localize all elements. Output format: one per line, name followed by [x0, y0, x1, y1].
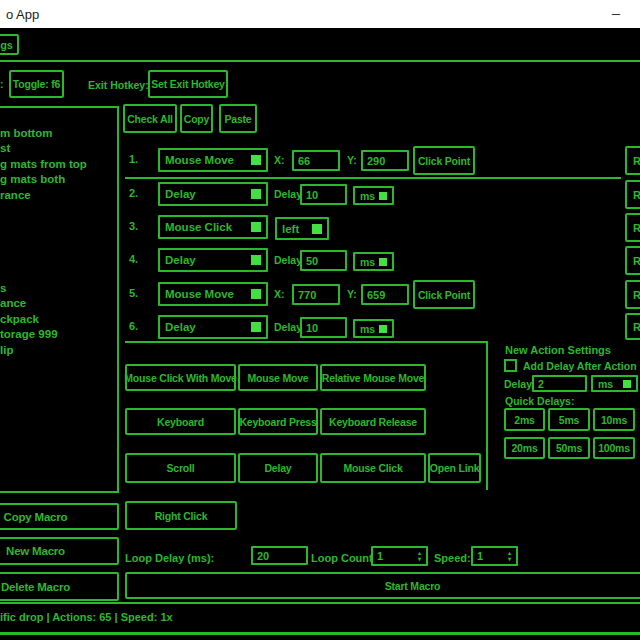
add-relative-mouse-move-button[interactable]: Relative Mouse Move [320, 364, 426, 391]
unit-value: ms [360, 323, 375, 335]
add-keyboard-press-button[interactable]: Keyboard Press [238, 408, 318, 435]
list-item[interactable]: s [0, 281, 117, 297]
action-type-value: Delay [165, 321, 196, 333]
action-type-dropdown[interactable]: Mouse Click [158, 215, 268, 239]
delay-input[interactable]: 10 [300, 184, 347, 205]
add-mouse-move-button[interactable]: Mouse Move [238, 364, 318, 391]
add-scroll-button[interactable]: Scroll [125, 453, 236, 483]
new-macro-button[interactable]: New Macro [0, 537, 119, 565]
dropdown-indicator-icon [251, 322, 261, 332]
delay-input[interactable]: 50 [300, 250, 347, 271]
delete-macro-button[interactable]: Delete Macro [0, 572, 119, 601]
set-exit-hotkey-button[interactable]: Set Exit Hotkey [148, 70, 228, 98]
x-input[interactable]: 66 [292, 150, 340, 171]
remove-button[interactable]: R [625, 213, 640, 242]
unit-value: ms [360, 256, 375, 268]
remove-button[interactable]: R [625, 246, 640, 275]
action-type-dropdown[interactable]: Delay [158, 182, 268, 206]
unit-dropdown[interactable]: ms [353, 252, 394, 271]
remove-button[interactable]: R [625, 313, 640, 340]
mouse-button-dropdown[interactable]: left [275, 217, 329, 240]
quick-delay-2ms-button[interactable]: 2ms [504, 408, 545, 431]
add-open-link-button[interactable]: Open Link [428, 453, 481, 483]
list-item[interactable] [0, 203, 117, 219]
loop-count-spinner[interactable]: 1 ▴ ▾ [371, 546, 428, 566]
list-item[interactable]: g mats from top [0, 157, 117, 173]
new-action-unit-dropdown[interactable]: ms [591, 375, 638, 392]
list-item[interactable]: m bottom [0, 126, 117, 142]
unit-dropdown[interactable]: ms [353, 186, 394, 205]
list-item[interactable]: ance [0, 296, 117, 312]
tab-settings[interactable]: gs [0, 34, 19, 55]
spinner-down-icon[interactable]: ▾ [508, 556, 511, 562]
list-item[interactable]: st [0, 141, 117, 157]
copy-macro-button[interactable]: Copy Macro [0, 503, 119, 530]
remove-button[interactable]: R [625, 280, 640, 309]
new-action-delay-input[interactable]: 2 [532, 375, 587, 392]
new-action-delay-label: Delay: [504, 378, 536, 390]
add-right-click-button[interactable]: Right Click [125, 501, 237, 530]
start-macro-button[interactable]: Start Macro [125, 572, 640, 599]
y-input[interactable]: 659 [361, 284, 409, 305]
list-item[interactable] [0, 219, 117, 235]
y-input[interactable]: 290 [361, 150, 409, 171]
dropdown-indicator-icon [251, 155, 261, 165]
toggle-hotkey-button[interactable]: Toggle: f6 [9, 70, 64, 98]
paste-button[interactable]: Paste [219, 104, 257, 133]
x-input[interactable]: 770 [292, 284, 340, 305]
dropdown-indicator-icon [312, 224, 322, 234]
add-keyboard-button[interactable]: Keyboard [125, 408, 236, 435]
action-type-value: Mouse Move [165, 288, 234, 300]
list-item[interactable] [0, 234, 117, 250]
speed-spinner[interactable]: 1 ▴ ▾ [471, 546, 518, 566]
dropdown-indicator-icon [251, 255, 261, 265]
minimize-icon[interactable]: – [596, 4, 636, 21]
window-title: o App [6, 7, 39, 22]
add-delay-checkbox[interactable] [504, 359, 517, 372]
action-type-value: Mouse Click [165, 221, 232, 233]
click-point-button[interactable]: Click Point [413, 146, 475, 175]
x-label: X: [274, 154, 285, 166]
x-label: X: [274, 288, 285, 300]
add-mouse-click-button[interactable]: Mouse Click [320, 453, 426, 483]
dropdown-indicator-icon [251, 189, 261, 199]
quick-delay-50ms-button[interactable]: 50ms [548, 437, 590, 459]
check-all-button[interactable]: Check All [123, 104, 177, 133]
action-type-dropdown[interactable]: Mouse Move [158, 282, 268, 306]
row-number: 4. [129, 253, 138, 265]
list-item[interactable]: torage 999 [0, 327, 117, 343]
click-point-button[interactable]: Click Point [413, 280, 475, 309]
quick-delay-5ms-button[interactable]: 5ms [548, 408, 590, 431]
row-number: 1. [129, 153, 138, 165]
macro-list[interactable]: m bottom st g mats from top g mats both … [0, 106, 119, 493]
remove-button[interactable]: R [625, 146, 640, 175]
quick-delay-100ms-button[interactable]: 100ms [593, 437, 635, 459]
dropdown-indicator-icon [379, 192, 387, 200]
list-item[interactable] [0, 250, 117, 266]
add-delay-button[interactable]: Delay [238, 453, 318, 483]
dropdown-indicator-icon [379, 325, 387, 333]
add-keyboard-release-button[interactable]: Keyboard Release [320, 408, 426, 435]
action-type-dropdown[interactable]: Delay [158, 248, 268, 272]
list-item[interactable]: ckpack [0, 312, 117, 328]
list-item[interactable]: g mats both [0, 172, 117, 188]
quick-delay-10ms-button[interactable]: 10ms [593, 408, 635, 431]
list-item[interactable] [0, 265, 117, 281]
list-item[interactable]: lip [0, 343, 117, 359]
add-mouse-click-with-move-button[interactable]: Mouse Click With Move [125, 364, 236, 391]
delay-input[interactable]: 10 [300, 317, 347, 338]
toggle-hotkey-label: : [0, 78, 4, 90]
list-item[interactable] [0, 110, 117, 126]
loop-delay-input[interactable]: 20 [251, 546, 308, 565]
quick-delay-20ms-button[interactable]: 20ms [504, 437, 545, 459]
add-delay-checkbox-label: Add Delay After Action [523, 360, 637, 372]
unit-dropdown[interactable]: ms [353, 319, 394, 338]
loop-delay-label: Loop Delay (ms): [125, 552, 214, 564]
copy-button[interactable]: Copy [180, 104, 213, 133]
action-type-dropdown[interactable]: Mouse Move [158, 148, 268, 172]
loop-count-label: Loop Count: [311, 552, 376, 564]
remove-button[interactable]: R [625, 180, 640, 209]
spinner-down-icon[interactable]: ▾ [418, 556, 421, 562]
list-item[interactable]: rance [0, 188, 117, 204]
action-type-dropdown[interactable]: Delay [158, 315, 268, 339]
